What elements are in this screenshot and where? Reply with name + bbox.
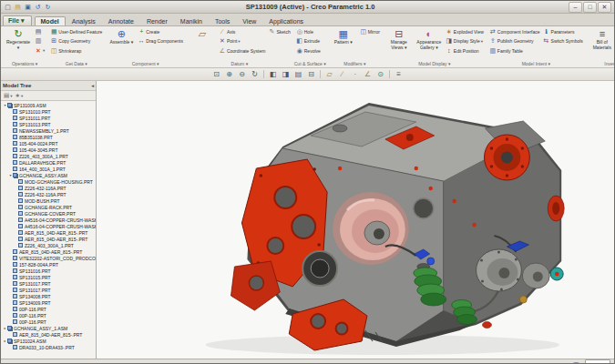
ribbon-button-drag-components[interactable]: ↔Drag Components	[137, 37, 184, 46]
ribbon-button-paste-icon[interactable]: ▥	[34, 37, 46, 46]
tree-item-157-828-004a-prt[interactable]: 157-828-004A.PRT	[1, 261, 96, 268]
tree-item-gchange-rack-prt[interactable]: GCHANGE-RACK.PRT	[1, 204, 96, 210]
tree-item-00p-116-prt[interactable]: 00P-116.PRT	[1, 306, 96, 312]
ribbon-button-parameters[interactable]: ℹParameters	[542, 27, 584, 36]
collapse-panel-icon[interactable]: ◂	[91, 83, 94, 88]
tree-item-85b351038-prt[interactable]: 85B351038.PRT	[1, 134, 96, 140]
ribbon-group-label[interactable]: Model Display ▾	[384, 60, 486, 67]
tab-tools[interactable]: Tools	[209, 16, 236, 25]
undo-icon[interactable]: ↺	[34, 3, 42, 11]
tree-item-sp131011-prt[interactable]: SP131011.PRT	[1, 115, 96, 121]
tree-item-sp131017-prt[interactable]: SP131017.PRT	[1, 287, 96, 293]
tree-settings-icon[interactable]: ∗▾	[15, 92, 23, 99]
ribbon-button-assemble[interactable]: ⊕Assemble ▾	[107, 27, 136, 59]
spin-center-icon[interactable]: ⊙	[374, 69, 386, 79]
tree-item-sp131015-prt[interactable]: SP131015.PRT	[1, 274, 96, 280]
ribbon-button-bill-of-materials[interactable]: ≡Bill of Materials	[588, 27, 614, 59]
graphics-viewport[interactable]	[97, 81, 614, 359]
ribbon-group-label[interactable]: Modifiers ▾	[328, 60, 382, 67]
tab-view[interactable]: View	[236, 16, 262, 25]
tree-item-sp131016-prt[interactable]: SP131016.PRT	[1, 268, 96, 274]
tree-item-z226-432-116a-prt[interactable]: Z226-432-116A.PRT	[1, 185, 96, 191]
zoom-out-icon[interactable]: ⊖	[236, 69, 248, 79]
new-file-icon[interactable]: ▢	[4, 3, 12, 11]
ribbon-button-publish-geometry[interactable]: ⇪Publish Geometry	[488, 37, 541, 46]
ribbon-button-coordinate-system[interactable]: ∠Coordinate System	[218, 46, 267, 56]
tree-item-aer-815-04d-aer-815-prt[interactable]: AER_815_04D-AER_815-.PRT	[1, 248, 96, 255]
ribbon-group-label[interactable]: Model Intent ▾	[487, 60, 585, 67]
tab-annotate[interactable]: Annotate	[102, 16, 140, 25]
ribbon-button-edit-position[interactable]: ↕Edit Position	[445, 46, 485, 56]
datum-axis-display-icon[interactable]: ∕	[336, 69, 348, 79]
file-menu-button[interactable]: File ▾	[3, 15, 32, 25]
ribbon-button-display-style[interactable]: ◨Display Style▾	[445, 37, 485, 46]
tree-item-sp131024-asm[interactable]: ▸SP131024.ASM	[1, 338, 96, 344]
tree-item-sp134009-prt[interactable]: SP134009.PRT	[1, 299, 96, 306]
tree-item-105-404-0024-prt[interactable]: 105-404-0024.PRT	[1, 140, 96, 147]
ribbon-group-label[interactable]: Component ▾	[106, 60, 185, 67]
tab-manikin[interactable]: Manikin	[174, 16, 209, 25]
ribbon-group-label[interactable]: Operations ▾	[3, 60, 46, 67]
ribbon-button-sketch[interactable]: ✎Sketch	[267, 27, 291, 36]
redo-icon[interactable]: ↻	[44, 3, 52, 11]
ribbon-button-delete-icon[interactable]: ✕▾	[34, 46, 46, 56]
tree-item-dallaravhsoe-prt[interactable]: DALLARAVHSOE.PRT	[1, 159, 96, 166]
ribbon-button-copy-geometry[interactable]: ⊞Copy Geometry	[49, 37, 103, 46]
ribbon-button-appearance-gallery[interactable]: ◐Appearance Gallery ▾	[415, 27, 444, 59]
tree-item-dra033-10-dra433-prt[interactable]: DRA033_10-DRA433-.PRT	[1, 344, 96, 350]
tree-item-sp134008-prt[interactable]: SP134008.PRT	[1, 293, 96, 299]
tree-item-sp131010-prt[interactable]: SP131010.PRT	[1, 108, 96, 115]
tree-item-sp131013-prt[interactable]: SP131013.PRT	[1, 121, 96, 127]
gearbox-3d-model[interactable]	[97, 81, 614, 359]
tree-item-sp131017-prt[interactable]: SP131017.PRT	[1, 280, 96, 287]
maximize-button[interactable]: □	[583, 2, 597, 13]
ribbon-button-pattern[interactable]: ▦Pattern ▾	[329, 27, 358, 59]
ribbon-button-create[interactable]: +Create	[137, 27, 184, 36]
ribbon-button-regenerate[interactable]: ↻Regenerate ▾	[4, 27, 33, 59]
display-style-icon[interactable]: ◨	[280, 69, 292, 79]
ribbon-button-hole[interactable]: ◎Hole	[295, 27, 322, 36]
tree-item-mod-bush-prt[interactable]: MOD-BUSH.PRT	[1, 197, 96, 204]
ribbon-button-exploded-view[interactable]: ∗Exploded View	[445, 27, 485, 36]
ribbon-group-label[interactable]: Investigate ▾	[587, 60, 614, 67]
ribbon-group-label[interactable]: Cut & Surface ▾	[294, 60, 326, 67]
tree-item-a4516-04-copper-crush-washers[interactable]: A4516-04-COPPER-CRUSH-WASHERS	[1, 223, 96, 229]
tree-item-105-404-3045-prt[interactable]: 105-404-3045.PRT	[1, 147, 96, 153]
tab-applications[interactable]: Applications	[262, 16, 310, 25]
tree-item-a4516-04-copper-crush-washers[interactable]: A4516-04-COPPER-CRUSH-WASHERS	[1, 217, 96, 223]
close-button[interactable]: ✕	[598, 2, 611, 13]
tree-item-newassembly-1-prt[interactable]: NEWASSEMBLY_1.PRT	[1, 127, 96, 134]
tree-item-z226-432-116a-prt[interactable]: Z226-432-116A.PRT	[1, 191, 96, 197]
tab-render[interactable]: Render	[140, 16, 174, 25]
open-file-icon[interactable]: ▤	[14, 3, 22, 11]
annotation-display-icon[interactable]: ≡	[393, 69, 405, 79]
csys-display-icon[interactable]: ∠	[362, 69, 374, 79]
tree-item-00p-116-prt[interactable]: 00P-116.PRT	[1, 312, 96, 318]
minimize-button[interactable]: –	[569, 2, 582, 13]
ribbon-group-label[interactable]: Get Data ▾	[48, 60, 104, 67]
ribbon-group-label[interactable]: Datum ▾	[187, 60, 292, 67]
ribbon-button-revolve[interactable]: ◉Revolve	[295, 46, 322, 56]
ribbon-button-user-defined-feature[interactable]: ▦User-Defined Feature	[49, 27, 103, 36]
tree-item-mod-gchange-housing-prt[interactable]: MOD-GCHANGE-HOUSING.PRT	[1, 178, 96, 185]
tab-analysis[interactable]: Analysis	[66, 16, 102, 25]
ribbon-button-family-table[interactable]: ▥Family Table	[488, 46, 541, 56]
ribbon-button-mirror[interactable]: ◫Mirror	[359, 27, 381, 36]
selection-filter-dropdown[interactable]: Smart▾	[585, 359, 610, 364]
tree-item-vite32202-astori-cod-prodcon-pr[interactable]: VITE32202-ASTORI_COD_PRODCON-PR	[1, 255, 96, 261]
datum-plane-display-icon[interactable]: ▱	[323, 69, 335, 79]
ribbon-button-manage-views[interactable]: ⊟Manage Views ▾	[384, 27, 414, 59]
shading-icon[interactable]: ◧	[267, 69, 279, 79]
repaint-icon[interactable]: ↻	[249, 69, 261, 79]
refit-icon[interactable]: ⊡	[210, 69, 222, 79]
tree-item-00p-116-prt[interactable]: 00P-116.PRT	[1, 318, 96, 325]
ribbon-button-switch-symbols[interactable]: ⇆Switch Symbols	[542, 37, 584, 46]
tree-item-z226-403-300a-1-prt[interactable]: Z226_403_300A_1.PRT	[1, 242, 96, 248]
tree-display-icon[interactable]: ▤▾	[4, 92, 12, 99]
ribbon-button-axis[interactable]: ∕Axis	[218, 27, 267, 36]
tree-item-z226-403-300a-1-prt[interactable]: Z226_403_300A_1.PRT	[1, 153, 96, 159]
view-manager-icon[interactable]: ⊟	[305, 69, 317, 79]
tab-model[interactable]: Model	[35, 16, 66, 25]
ribbon-button-plane-icon[interactable]: ▱	[188, 27, 217, 59]
zoom-in-icon[interactable]: ⊕	[223, 69, 235, 79]
